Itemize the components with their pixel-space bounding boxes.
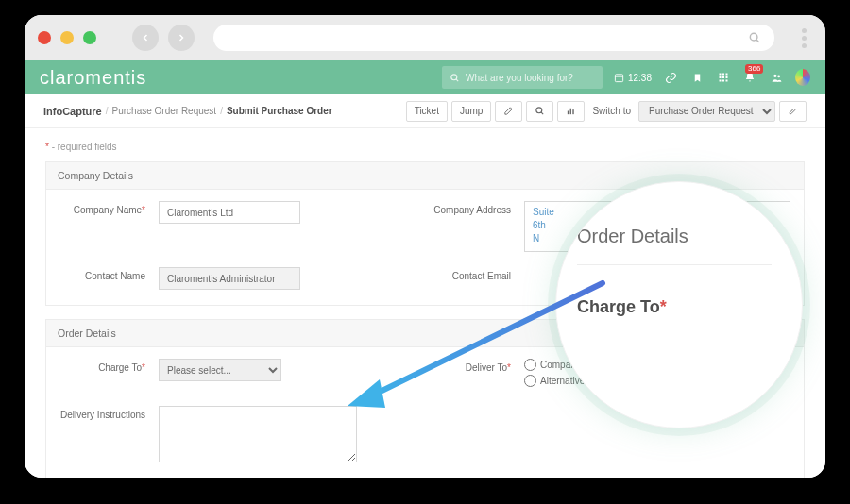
zoom-field: Charge To* [577, 297, 772, 317]
notification-badge: 366 [745, 64, 763, 74]
svg-line-1 [756, 40, 759, 42]
svg-point-15 [774, 74, 776, 76]
search-icon [535, 106, 545, 116]
settings-button[interactable] [779, 101, 807, 122]
close-window-icon[interactable] [38, 31, 51, 44]
svg-rect-4 [615, 74, 622, 81]
contact-name-input [159, 267, 300, 290]
window-controls [38, 31, 96, 44]
svg-point-0 [750, 33, 757, 41]
zoom-callout: Order Details Charge To* [555, 181, 803, 428]
svg-rect-13 [722, 80, 724, 82]
app-header: claromentis What are you looking for? 12… [25, 60, 825, 94]
app-logo: claromentis [40, 67, 146, 89]
address-bar[interactable] [213, 25, 774, 51]
apps-grid-icon[interactable] [716, 72, 731, 83]
svg-rect-6 [720, 74, 722, 76]
svg-point-2 [451, 74, 457, 79]
company-address-label: Company Address [425, 201, 524, 252]
browser-window: claromentis What are you looking for? 12… [25, 15, 825, 478]
header-time: 12:38 [614, 73, 652, 83]
company-name-input[interactable] [159, 201, 300, 224]
required-fields-note: * - required fields [45, 142, 805, 152]
svg-rect-20 [570, 109, 571, 114]
svg-point-16 [777, 75, 780, 77]
breadcrumb-root[interactable]: InfoCapture [43, 106, 102, 117]
charge-to-select[interactable]: Please select... [159, 359, 281, 381]
page-toolbar: InfoCapture / Purchase Order Request / S… [25, 94, 825, 128]
bar-chart-icon [566, 106, 576, 116]
back-button[interactable] [132, 25, 159, 51]
svg-rect-10 [722, 76, 724, 78]
svg-rect-9 [720, 76, 722, 78]
svg-line-18 [541, 112, 543, 114]
minimize-window-icon[interactable] [60, 31, 74, 44]
browser-chrome [25, 15, 825, 60]
edit-icon [503, 106, 514, 116]
calendar-icon [614, 73, 624, 83]
bell-icon[interactable]: 366 [742, 72, 757, 83]
search-icon [748, 31, 761, 44]
svg-rect-11 [726, 76, 728, 78]
search-icon [450, 73, 460, 83]
tools-icon [788, 106, 798, 116]
avatar[interactable] [795, 69, 810, 86]
charge-to-label: Charge To* [60, 359, 159, 381]
app-search[interactable]: What are you looking for? [442, 66, 603, 89]
breadcrumb-mid[interactable]: Purchase Order Request [112, 106, 217, 116]
zoom-heading: Order Details [577, 226, 772, 265]
delivery-instructions-label: Delivery Instructions [60, 406, 159, 464]
contact-email-label: Contact Email [425, 267, 524, 281]
search-button[interactable] [526, 101, 553, 122]
breadcrumb-sep: / [220, 106, 223, 116]
switch-to-select[interactable]: Purchase Order Request [638, 101, 775, 122]
switch-to-label: Switch to [588, 101, 635, 122]
deliver-to-label: Deliver To* [425, 359, 524, 391]
breadcrumb-sep: / [106, 106, 109, 116]
svg-point-17 [536, 108, 542, 113]
app-search-placeholder: What are you looking for? [466, 73, 573, 83]
ticket-button[interactable]: Ticket [406, 101, 448, 122]
svg-rect-19 [568, 111, 569, 115]
contact-name-label: Contact Name [60, 267, 159, 290]
svg-rect-21 [573, 109, 574, 114]
browser-menu-icon[interactable] [795, 28, 812, 48]
edit-button[interactable] [495, 101, 522, 122]
svg-rect-8 [726, 74, 728, 76]
company-name-label: Company Name* [60, 201, 159, 224]
jump-button[interactable]: Jump [451, 101, 491, 122]
forward-button[interactable] [168, 25, 195, 51]
svg-line-3 [456, 78, 458, 80]
link-icon[interactable] [663, 72, 678, 84]
svg-rect-14 [726, 80, 728, 82]
svg-rect-7 [722, 74, 724, 76]
people-icon[interactable] [769, 72, 784, 84]
stats-button[interactable] [557, 101, 585, 122]
breadcrumb-leaf: Submit Purchase Order [227, 106, 332, 116]
delivery-instructions-input[interactable] [159, 406, 357, 462]
bookmark-icon[interactable] [689, 73, 705, 83]
maximize-window-icon[interactable] [83, 31, 96, 44]
svg-rect-12 [720, 80, 722, 82]
